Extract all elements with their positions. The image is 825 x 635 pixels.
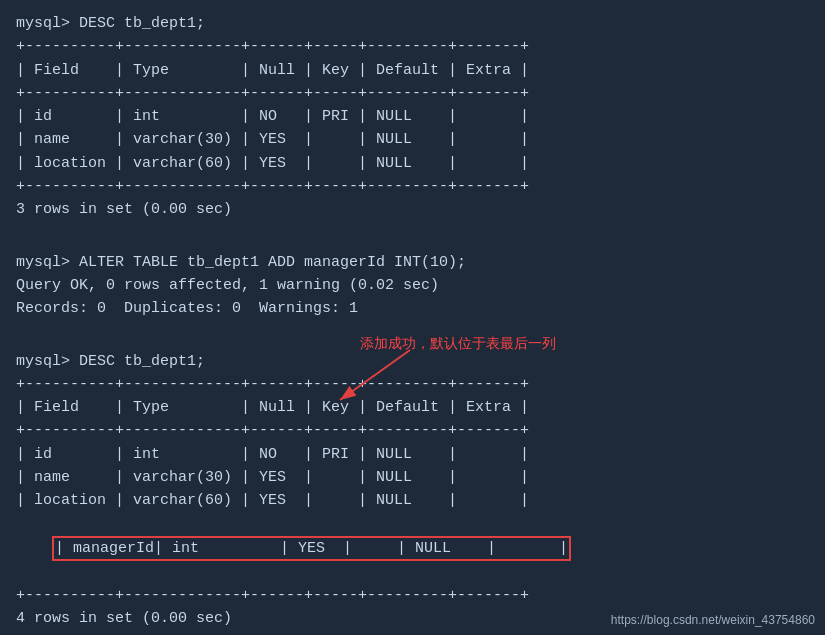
terminal-window: mysql> DESC tb_dept1; +----------+------… [0, 0, 825, 635]
row2-id: | id | int | NO | PRI | NULL | | [16, 443, 809, 466]
table-header: | Field | Type | Null | Key | Default | … [16, 59, 809, 82]
divider6: +----------+-------------+------+-----+-… [16, 584, 809, 607]
query-ok: Query OK, 0 rows affected, 1 warning (0.… [16, 274, 809, 297]
row2-name: | name | varchar(30) | YES | | NULL | | [16, 466, 809, 489]
divider5: +----------+-------------+------+-----+-… [16, 419, 809, 442]
watermark: https://blog.csdn.net/weixin_43754860 [611, 613, 815, 627]
divider2: +----------+-------------+------+-----+-… [16, 82, 809, 105]
row-location: | location | varchar(60) | YES | | NULL … [16, 152, 809, 175]
row-id: | id | int | NO | PRI | NULL | | [16, 105, 809, 128]
alter-cmd: mysql> ALTER TABLE tb_dept1 ADD managerI… [16, 251, 809, 274]
rows-count-1: 3 rows in set (0.00 sec) [16, 198, 809, 221]
blank-line [16, 227, 809, 250]
row-name: | name | varchar(30) | YES | | NULL | | [16, 128, 809, 151]
row2-location: | location | varchar(60) | YES | | NULL … [16, 489, 809, 512]
svg-line-1 [340, 350, 410, 400]
records-line: Records: 0 Duplicates: 0 Warnings: 1 [16, 297, 809, 320]
annotation-arrow [280, 320, 420, 410]
divider3: +----------+-------------+------+-----+-… [16, 175, 809, 198]
manager-row-highlight: | managerId| int | YES | | NULL | | [52, 536, 571, 561]
row2-manager: | managerId| int | YES | | NULL | | [16, 512, 809, 584]
desc1-cmd: mysql> DESC tb_dept1; [16, 12, 809, 35]
divider1: +----------+-------------+------+-----+-… [16, 35, 809, 58]
